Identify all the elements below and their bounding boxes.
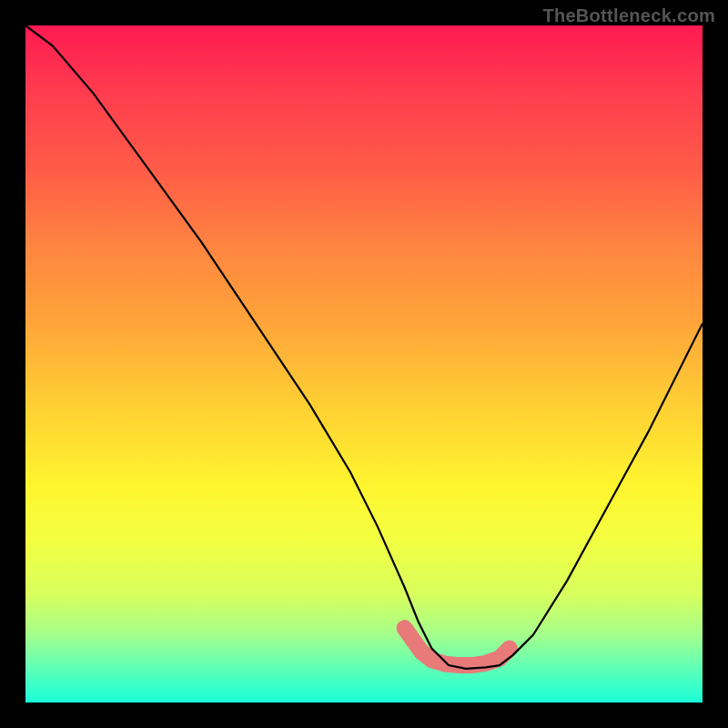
- watermark-text: TheBottleneck.com: [542, 5, 715, 26]
- chart-plot-area: [25, 25, 703, 703]
- optimal-range-band: [405, 628, 510, 665]
- chart-svg: [25, 25, 703, 703]
- bottleneck-curve: [25, 25, 703, 669]
